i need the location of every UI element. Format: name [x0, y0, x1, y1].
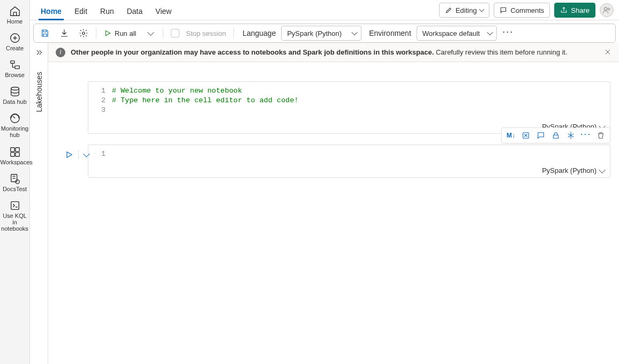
separator: [78, 150, 79, 160]
share-label: Share: [571, 6, 590, 14]
rail-label: Use KQL in notebooks: [1, 213, 29, 232]
header-actions: Editing Comments Share: [439, 3, 614, 18]
code-cell[interactable]: 1 # Welcome to your new notebook 2 # Typ…: [88, 81, 610, 134]
code-editor[interactable]: 1: [88, 145, 610, 163]
line-number: 1: [88, 86, 112, 96]
save-button[interactable]: [37, 26, 53, 41]
run-cell-dropdown[interactable]: [81, 148, 92, 162]
person-icon: [602, 6, 611, 14]
cell-container: M↓ ···: [48, 145, 619, 178]
presence-avatar[interactable]: [600, 3, 614, 17]
language-label: Language: [238, 29, 278, 37]
pencil-icon: [445, 6, 452, 14]
code-line: 3: [88, 105, 610, 115]
run-all-button[interactable]: Run all: [101, 26, 139, 41]
tab-strip: Home Edit Run Data View Editing Comments…: [30, 0, 619, 20]
cell-more-button[interactable]: ···: [579, 128, 593, 142]
svg-rect-8: [15, 152, 19, 156]
rail-label: Data hub: [3, 98, 27, 105]
editing-mode-button[interactable]: Editing: [439, 3, 490, 18]
rail-docstest[interactable]: DocsTest: [1, 170, 29, 195]
sidebar-vertical-label: Lakehouses: [35, 72, 43, 112]
ellipsis-icon: ···: [502, 32, 514, 35]
code-text: [112, 149, 610, 159]
cell-container: 1 # Welcome to your new notebook 2 # Typ…: [48, 81, 619, 134]
editing-mode-label: Editing: [456, 6, 477, 14]
environment-label: Environment: [365, 29, 413, 37]
cell-language-selector[interactable]: PySpark (Python): [88, 163, 610, 177]
share-button[interactable]: Share: [554, 3, 595, 18]
delete-cell-button[interactable]: [594, 128, 608, 142]
tab-home[interactable]: Home: [41, 3, 62, 20]
lock-cell-button[interactable]: [549, 128, 563, 142]
plus-circle-icon: [9, 32, 21, 44]
rail-home[interactable]: Home: [1, 2, 29, 28]
line-number: 2: [88, 96, 112, 105]
svg-rect-5: [10, 147, 14, 151]
kql-icon: [9, 200, 21, 211]
run-all-dropdown[interactable]: [142, 26, 158, 41]
rail-workspaces[interactable]: Workspaces: [1, 143, 29, 169]
tab-view[interactable]: View: [155, 3, 171, 20]
monitor-icon: [9, 112, 21, 124]
chevron-down-icon: [599, 166, 606, 173]
rail-label: Browse: [5, 72, 25, 78]
ellipsis-icon: ···: [580, 134, 591, 137]
tab-run[interactable]: Run: [100, 3, 114, 20]
sidebar-collapsed: Lakehouses: [30, 43, 48, 364]
info-banner: i Other people in your organization may …: [48, 43, 619, 62]
rail-label: Home: [7, 18, 22, 25]
rail-browse[interactable]: Browse: [1, 56, 29, 81]
banner-bold: Other people in your organization may ha…: [71, 48, 434, 56]
rail-data-hub[interactable]: Data hub: [1, 82, 29, 108]
settings-button[interactable]: [76, 26, 92, 41]
trash-icon: [597, 131, 605, 140]
environment-select[interactable]: Workspace default: [417, 26, 497, 41]
run-all-label: Run all: [115, 29, 136, 37]
comments-button[interactable]: Comments: [494, 3, 550, 18]
toggle-parameter-button[interactable]: [519, 128, 533, 142]
tab-data[interactable]: Data: [127, 3, 143, 20]
main-column: Home Edit Run Data View Editing Comments…: [30, 0, 619, 364]
share-icon: [560, 6, 568, 14]
freeze-cell-button[interactable]: [564, 128, 578, 142]
play-icon: [65, 150, 73, 159]
notebook-scroll[interactable]: 1 # Welcome to your new notebook 2 # Typ…: [48, 62, 619, 364]
chevron-down-icon: [147, 29, 154, 36]
snowflake-icon: [567, 131, 575, 140]
comment-icon: [500, 6, 507, 14]
rail-monitoring-hub[interactable]: Monitoring hub: [1, 109, 29, 141]
download-icon: [59, 28, 69, 38]
cell-toolbar: M↓ ···: [501, 127, 610, 143]
chevron-down-icon: [83, 150, 90, 157]
cell-language-label: PySpark (Python): [542, 166, 597, 175]
download-button[interactable]: [56, 26, 72, 41]
home-icon: [9, 5, 21, 17]
code-text: # Welcome to your new notebook: [112, 86, 610, 96]
run-cell-button[interactable]: [62, 148, 76, 162]
code-text: [112, 105, 610, 115]
cell-comment-button[interactable]: [534, 128, 548, 142]
convert-to-markdown-button[interactable]: M↓: [504, 128, 518, 142]
stop-session-label: Stop session: [186, 29, 225, 37]
svg-rect-7: [10, 152, 14, 156]
save-icon: [40, 28, 50, 38]
svg-point-13: [608, 8, 609, 10]
code-editor[interactable]: 1 # Welcome to your new notebook 2 # Typ…: [88, 82, 610, 119]
toolbar-overflow[interactable]: ···: [500, 26, 516, 41]
comment-icon: [537, 131, 545, 140]
banner-rest: Carefully review this item before runnin…: [436, 48, 568, 56]
banner-close-button[interactable]: [602, 46, 614, 58]
rail-create[interactable]: Create: [1, 29, 29, 55]
svg-rect-2: [15, 66, 19, 69]
svg-rect-6: [15, 147, 19, 151]
tab-edit[interactable]: Edit: [74, 3, 87, 20]
folder-tree-icon: [9, 59, 21, 71]
database-icon: [9, 86, 21, 97]
code-cell[interactable]: 1 PySpark (Python): [88, 145, 610, 178]
expand-sidebar-button[interactable]: [33, 46, 46, 59]
rail-kql-notebooks[interactable]: Use KQL in notebooks: [1, 196, 29, 235]
body-row: Lakehouses i Other people in your organi…: [30, 43, 619, 364]
stop-session-button[interactable]: Stop session: [168, 26, 229, 41]
language-select[interactable]: PySpark (Python): [281, 26, 361, 41]
